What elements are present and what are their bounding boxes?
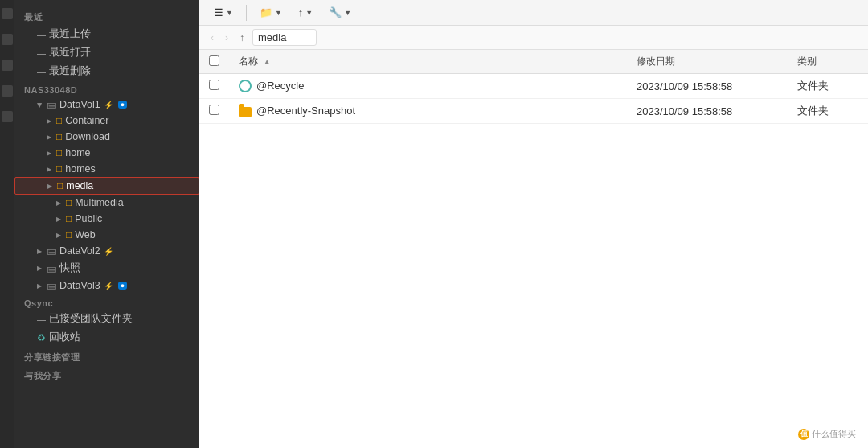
sidebar-item-home[interactable]: ▶ □ home [14,145,199,161]
date-column-header[interactable]: 修改日期 [627,50,788,74]
sidebar-section-recent: 最近 [14,6,199,25]
expand-icon: ▶ [36,102,43,107]
table-row[interactable]: @Recently-Snapshot2023/10/09 15:58:58文件夹 [199,99,868,124]
sidebar-item-snapshot[interactable]: ▶ 🖴 快照 [14,259,199,277]
sidebar-item-datavol2[interactable]: ▶ 🖴 DataVol2 ⚡ [14,243,199,259]
sidebar-item-public[interactable]: ▶ □ Public [14,211,199,227]
sidebar-item-web[interactable]: ▶ □ Web [14,227,199,243]
expand-icon: ▶ [47,150,51,157]
sidebar-label-media: media [66,180,93,191]
expand-icon: ▶ [56,199,61,207]
sidebar-label-snapshot: 快照 [59,261,80,275]
watermark: 值 什么值得买 [798,428,856,440]
sidebar-section-share: 分享链接管理 [14,347,199,365]
file-name-label: @Recently-Snapshot [256,105,355,117]
sidebar-section-share-with-me: 与我分享 [14,365,199,384]
forward-button[interactable]: › [222,31,231,45]
type-column-label: 类别 [797,55,817,67]
file-name-label: @Recycle [256,80,304,92]
sidebar-item-recent-open[interactable]: — 最近打开 [14,43,199,62]
sidebar-item-download[interactable]: ▶ □ Download [14,129,199,145]
expand-icon: ▶ [37,265,42,272]
select-all-checkbox[interactable] [209,55,219,66]
expand-icon: ▶ [56,216,61,223]
chevron-down-icon: ▼ [305,9,313,17]
dash-icon: — [37,314,46,324]
nas-icon: 🖴 [47,99,56,110]
row-checkbox[interactable] [209,80,219,90]
nas-icon: 🖴 [47,280,56,291]
folder-icon: □ [66,197,72,208]
back-button[interactable]: ‹ [207,31,217,45]
sidebar-label-datavol2: DataVol2 [59,245,100,257]
file-type-cell: 文件夹 [788,99,868,124]
sidebar-label-download: Download [65,131,110,142]
sidebar: 最近 — 最近上传 — 最近打开 — 最近删除 NAS33048D ▶ 🖴 Da… [14,0,199,448]
chevron-down-icon: ▼ [344,9,351,17]
bolt-icon: ⚡ [104,247,113,256]
bolt-icon: ⚡ [104,101,113,109]
table-row[interactable]: @Recycle2023/10/09 15:58:58文件夹 [199,74,868,99]
sidebar-label-container: Container [65,115,108,126]
toolbar: ☰ ▼ 📁 ▼ ↑ ▼ 🔧 ▼ [199,0,868,26]
icon-bar-item [2,85,13,97]
file-name-cell[interactable]: @Recycle [229,74,627,99]
icon-bar-item [2,34,13,45]
name-column-header[interactable]: 名称 ▲ [229,50,627,74]
chevron-down-icon: ▼ [275,9,282,17]
sidebar-label-homes: homes [65,163,96,175]
main-content: ☰ ▼ 📁 ▼ ↑ ▼ 🔧 ▼ ‹ › ↑ media [199,0,868,448]
file-type-cell: 文件夹 [788,74,868,99]
icon-bar [0,0,14,448]
row-checkbox-cell [199,74,229,99]
icon-bar-item [2,60,13,71]
badge-icon: ● [118,282,127,290]
sidebar-item-container[interactable]: ▶ □ Container [14,113,199,129]
sidebar-item-datavol1[interactable]: ▶ 🖴 DataVol1 ⚡ ● [14,97,199,113]
watermark-text: 什么值得买 [812,428,856,440]
sidebar-item-media[interactable]: ▶ □ media [14,177,199,195]
sidebar-section-nas: NAS33048D [14,80,199,97]
file-date-cell: 2023/10/09 15:58:58 [627,74,788,99]
recycle-icon: ♻ [37,332,46,343]
sidebar-item-recent-delete[interactable]: — 最近删除 [14,62,199,80]
nas-icon: 🖴 [47,263,56,274]
nas-icon: 🖴 [47,245,56,257]
new-folder-button[interactable]: 📁 ▼ [253,4,289,21]
sidebar-item-team-folder[interactable]: — 已接受团队文件夹 [14,310,199,328]
expand-icon: ▶ [47,183,52,190]
sidebar-label-multimedia: Multimedia [75,197,123,208]
sidebar-item-qsync-recycle[interactable]: ♻ 回收站 [14,328,199,347]
tools-button[interactable]: 🔧 ▼ [322,4,358,21]
expand-icon: ▶ [47,117,51,125]
icon-bar-item [2,111,13,122]
sidebar-section-qsync: Qsync [14,294,199,310]
watermark-coin-icon: 值 [798,429,809,440]
folder-icon [239,107,252,117]
chevron-down-icon: ▼ [226,9,233,17]
list-view-button[interactable]: ☰ ▼ [207,4,240,21]
type-column-header[interactable]: 类别 [788,50,868,74]
sidebar-label-datavol3: DataVol3 [59,280,100,291]
sidebar-item-homes[interactable]: ▶ □ homes [14,161,199,177]
up-button[interactable]: ↑ [236,31,248,45]
expand-icon: ▶ [56,232,61,239]
file-table: 名称 ▲ 修改日期 类别 @Recycle2023/10/09 15:58:58… [199,50,868,448]
folder-icon: □ [57,180,63,191]
row-checkbox[interactable] [209,105,219,115]
toolbar-separator [246,5,247,21]
sidebar-item-datavol3[interactable]: ▶ 🖴 DataVol3 ⚡ ● [14,277,199,294]
sidebar-item-recent-upload[interactable]: — 最近上传 [14,25,199,43]
expand-icon: ▶ [47,166,51,173]
badge-icon: ● [118,101,127,109]
recycle-folder-icon [239,80,252,92]
row-checkbox-cell [199,99,229,124]
tools-icon: 🔧 [329,6,342,18]
expand-icon: ▶ [37,282,42,290]
sidebar-item-multimedia[interactable]: ▶ □ Multimedia [14,195,199,211]
upload-button[interactable]: ↑ ▼ [292,4,319,21]
bolt-icon: ⚡ [104,282,113,290]
sidebar-label-recent-open: 最近打开 [49,46,91,60]
select-all-header[interactable] [199,50,229,74]
file-name-cell[interactable]: @Recently-Snapshot [229,99,627,124]
